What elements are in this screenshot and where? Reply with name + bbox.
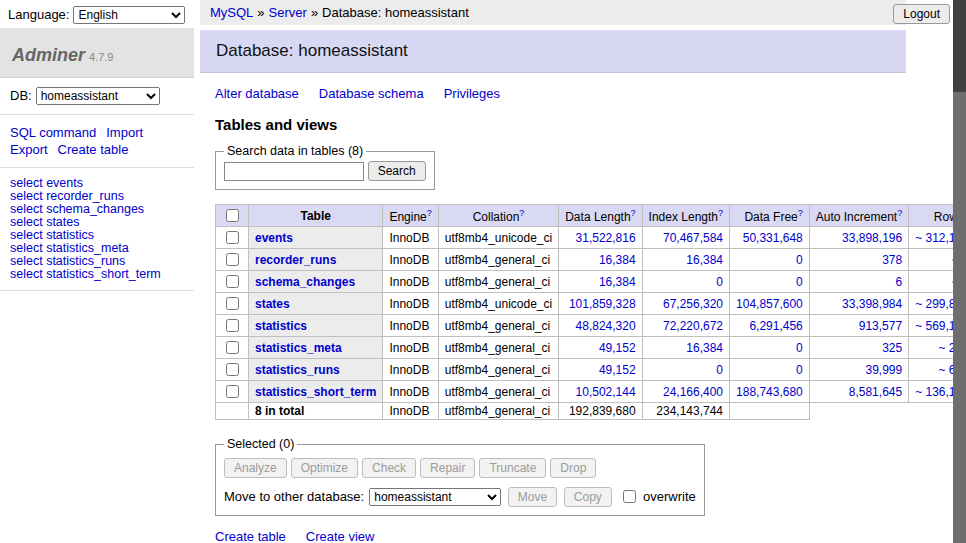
table-link-statistics-short-term[interactable]: statistics_short_term	[255, 385, 376, 399]
data_free-link[interactable]: 188,743,680	[736, 385, 803, 399]
sidebar-link-create-table[interactable]: Create table	[58, 142, 129, 157]
data_length-link[interactable]: 16,384	[599, 253, 636, 267]
sidebar-select-statistics-short-term[interactable]: select statistics_short_term	[10, 268, 184, 281]
index_length-link[interactable]: 67,256,320	[663, 297, 723, 311]
link-database-schema[interactable]: Database schema	[319, 86, 424, 101]
link-alter-database[interactable]: Alter database	[215, 86, 299, 101]
button-repair[interactable]	[420, 458, 475, 478]
data_length-link[interactable]: 10,502,144	[576, 385, 636, 399]
collation-cell: utf8mb4_unicode_ci	[438, 293, 558, 315]
table-link-statistics[interactable]: statistics	[255, 319, 307, 333]
overwrite-label[interactable]: overwrite	[643, 489, 696, 504]
button-optimize[interactable]	[291, 458, 358, 478]
data_length-link[interactable]: 49,152	[599, 341, 636, 355]
auto_increment-link[interactable]: 325	[882, 341, 902, 355]
table-link-events[interactable]: events	[255, 231, 293, 245]
help-link[interactable]: ?	[897, 208, 902, 218]
table-link-states[interactable]: states	[255, 297, 290, 311]
sidebar-link-export[interactable]: Export	[10, 142, 48, 157]
index_length-link[interactable]: 0	[716, 363, 723, 377]
link-create-table[interactable]: Create table	[215, 529, 286, 543]
name-cell: statistics_short_term	[249, 381, 383, 403]
auto_increment-link[interactable]: 378	[882, 253, 902, 267]
auto_increment-link[interactable]: 8,581,645	[849, 385, 902, 399]
name-cell: recorder_runs	[249, 249, 383, 271]
data_length-link[interactable]: 101,859,328	[569, 297, 636, 311]
app-version: 4.7.9	[89, 51, 113, 63]
search-button[interactable]	[368, 161, 426, 181]
row-checkbox[interactable]	[226, 385, 239, 398]
scrollbar-thumb[interactable]	[953, 0, 966, 92]
index_length-link[interactable]: 16,384	[686, 253, 723, 267]
data_free-link[interactable]: 104,857,600	[736, 297, 803, 311]
column-header-table: Table	[249, 205, 383, 227]
search-input[interactable]	[224, 162, 364, 181]
index_length-link[interactable]: 72,220,672	[663, 319, 723, 333]
row-checkbox[interactable]	[226, 275, 239, 288]
help-link[interactable]: ?	[519, 208, 524, 218]
data_free-link[interactable]: 0	[796, 253, 803, 267]
total-data_free	[730, 403, 810, 420]
row-checkbox[interactable]	[226, 319, 239, 332]
sidebar-link-import[interactable]: Import	[106, 125, 143, 140]
help-link[interactable]: ?	[718, 208, 723, 218]
sidebar-link-sql-command[interactable]: SQL command	[10, 125, 96, 140]
index_length-link[interactable]: 16,384	[686, 341, 723, 355]
auto_increment-link[interactable]: 913,577	[859, 319, 902, 333]
help-link[interactable]: ?	[798, 208, 803, 218]
language-select[interactable]: English	[73, 6, 185, 24]
button-analyze[interactable]	[224, 458, 287, 478]
data_free-cell: 0	[730, 249, 810, 271]
scrollbar[interactable]	[953, 0, 966, 543]
data_free-link[interactable]: 50,331,648	[743, 231, 803, 245]
index_length-link[interactable]: 0	[716, 275, 723, 289]
index_length-cell: 0	[642, 271, 729, 293]
db-select[interactable]: homeassistant	[36, 87, 160, 105]
logout-button[interactable]	[893, 4, 950, 24]
link-create-view[interactable]: Create view	[306, 529, 375, 543]
help-link[interactable]: ?	[631, 208, 636, 218]
auto_increment-link[interactable]: 39,999	[865, 363, 902, 377]
move-button[interactable]	[508, 487, 557, 507]
button-drop[interactable]	[550, 458, 596, 478]
data_free-link[interactable]: 0	[796, 341, 803, 355]
data_free-link[interactable]: 0	[796, 275, 803, 289]
data_length-link[interactable]: 48,824,320	[576, 319, 636, 333]
data_length-link[interactable]: 16,384	[599, 275, 636, 289]
language-chooser: Language:English	[8, 6, 185, 24]
auto_increment-link[interactable]: 33,898,196	[842, 231, 902, 245]
row-checkbox-cell	[216, 381, 249, 403]
adminer-logo[interactable]: Adminer	[12, 45, 85, 65]
index_length-link[interactable]: 24,166,400	[663, 385, 723, 399]
auto_increment-link[interactable]: 6	[895, 275, 902, 289]
data_length-link[interactable]: 31,522,816	[576, 231, 636, 245]
select-all-checkbox[interactable]	[226, 209, 239, 222]
engine-cell: InnoDB	[383, 271, 438, 293]
overwrite-checkbox[interactable]	[623, 490, 636, 503]
row-checkbox[interactable]	[226, 341, 239, 354]
row-checkbox[interactable]	[226, 253, 239, 266]
table-link-statistics-meta[interactable]: statistics_meta	[255, 341, 342, 355]
link-privileges[interactable]: Privileges	[444, 86, 500, 101]
button-truncate[interactable]	[479, 458, 546, 478]
breadcrumb-link-mysql[interactable]: MySQL	[210, 5, 253, 20]
breadcrumb: MySQL»Server»Database: homeassistant	[200, 0, 906, 25]
index_length-cell: 67,256,320	[642, 293, 729, 315]
data_free-link[interactable]: 6,291,456	[749, 319, 802, 333]
button-check[interactable]	[362, 458, 416, 478]
breadcrumb-link-server[interactable]: Server	[269, 5, 307, 20]
row-checkbox[interactable]	[226, 297, 239, 310]
help-link[interactable]: ?	[427, 208, 432, 218]
auto_increment-link[interactable]: 33,398,984	[842, 297, 902, 311]
table-link-statistics-runs[interactable]: statistics_runs	[255, 363, 340, 377]
table-link-recorder-runs[interactable]: recorder_runs	[255, 253, 336, 267]
row-checkbox[interactable]	[226, 231, 239, 244]
index_length-link[interactable]: 70,467,584	[663, 231, 723, 245]
row-checkbox[interactable]	[226, 363, 239, 376]
data_free-link[interactable]: 0	[796, 363, 803, 377]
move-db-select[interactable]: homeassistant	[369, 488, 501, 506]
index_length-cell: 24,166,400	[642, 381, 729, 403]
data_length-link[interactable]: 49,152	[599, 363, 636, 377]
copy-button[interactable]	[564, 487, 612, 507]
table-link-schema-changes[interactable]: schema_changes	[255, 275, 355, 289]
